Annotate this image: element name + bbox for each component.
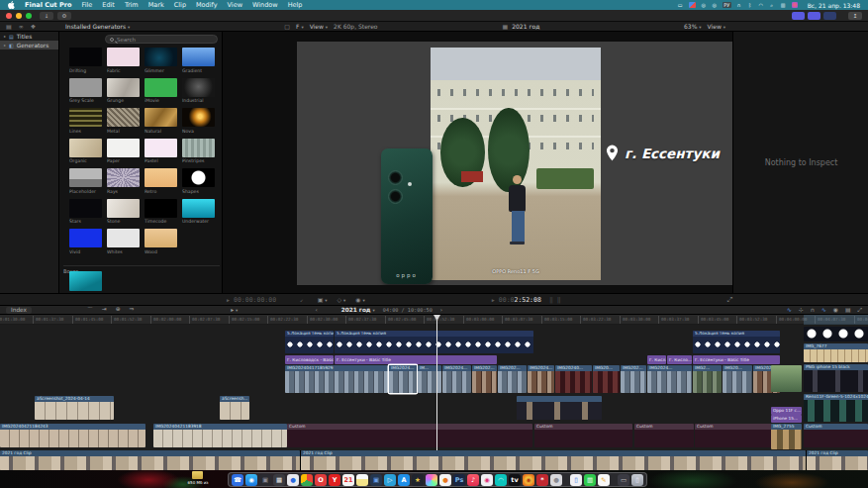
status-icon[interactable]: ◠ — [758, 2, 764, 8]
status-icon[interactable]: ⌕ — [769, 2, 775, 8]
dock-icon[interactable]: ◠ — [495, 474, 507, 486]
status-icon[interactable]: РУ — [723, 2, 731, 8]
timeline-title-clip[interactable]: Г. Кисл... — [647, 355, 666, 364]
corner-tool-icon[interactable]: ↙ — [300, 296, 304, 303]
generator-tile[interactable]: Pastel — [145, 139, 177, 164]
edit-button[interactable]: ⇥ — [102, 306, 107, 315]
generator-thumbnail[interactable] — [69, 229, 102, 247]
timeline-custom-clip[interactable]: Custom — [534, 424, 632, 447]
generator-tile[interactable]: Vivid — [69, 229, 102, 254]
dock-icon[interactable]: A — [398, 474, 410, 486]
timeline-img2755-clip[interactable]: IMG_2755 — [771, 424, 802, 449]
generator-thumbnail[interactable] — [145, 139, 177, 157]
timeline-ruler[interactable]: 00:01:30:0000:01:37:3000:01:45:0000:01:5… — [0, 315, 868, 325]
menu-item-modify[interactable]: Modify — [196, 1, 218, 9]
viewer-tool-menu[interactable]: ◇ ▾ — [338, 296, 346, 303]
dock-icon[interactable]: ● — [550, 474, 562, 486]
generator-tile[interactable]: Timecode — [145, 199, 177, 225]
media-toolbar-icon[interactable]: ∞ — [19, 23, 24, 30]
generator-thumbnail[interactable] — [182, 78, 215, 97]
generator-thumbnail[interactable] — [69, 271, 102, 291]
dock-icon[interactable]: * — [536, 474, 548, 486]
frame-step-buttons[interactable]: ‖ ‖ — [549, 296, 561, 304]
menu-item-edit[interactable]: Edit — [102, 1, 115, 9]
dock-icon[interactable]: Ps — [453, 474, 465, 486]
timeline-option-icon[interactable]: ◉ — [833, 307, 838, 314]
generator-tile[interactable]: Gradient — [182, 48, 215, 73]
status-icon[interactable]: ◎ — [701, 2, 707, 8]
viewer-tool-menu[interactable]: ▣ ▾ — [318, 296, 328, 303]
dock-icon[interactable]: ◉ — [481, 474, 493, 486]
timeline-video-clip[interactable]: IMG2024... — [389, 365, 417, 393]
timeline-custom-clip[interactable]: Custom — [695, 424, 780, 447]
generator-thumbnail[interactable] — [182, 139, 215, 157]
generator-tile[interactable]: Lines — [69, 108, 102, 134]
browser-play-icon[interactable]: ▶ — [227, 297, 230, 303]
timeline-option-icon[interactable]: ∿ — [787, 307, 792, 314]
timeline-connected-clip[interactable]: aScreensh... — [220, 396, 249, 420]
dock-icon[interactable]: Y — [329, 474, 340, 486]
timeline-video-clip[interactable]: IMG2024... — [442, 365, 471, 393]
media-toolbar-icon[interactable]: ▤ — [6, 23, 12, 30]
disclosure-icon[interactable]: ▸ — [4, 43, 6, 48]
timeline-option-icon[interactable]: ∿ — [821, 307, 826, 314]
dock-icon[interactable] — [564, 474, 568, 486]
timeline-video-clip[interactable]: IMG20240... — [555, 365, 592, 393]
generator-thumbnail[interactable] — [145, 108, 177, 127]
generator-thumbnail[interactable] — [69, 199, 102, 218]
minimize-button[interactable] — [16, 13, 22, 19]
dock-icon[interactable]: 21 — [342, 474, 354, 486]
index-button[interactable]: Index — [6, 307, 32, 314]
generator-thumbnail[interactable] — [69, 139, 102, 157]
generator-tile[interactable]: Nova — [182, 108, 215, 134]
timeline-title-clip[interactable]: Г. Ессентуки - Basic Title — [335, 355, 497, 364]
generator-thumbnail[interactable] — [182, 108, 215, 127]
timeline-lower-clip[interactable]: IMG20240421184243 — [0, 424, 145, 447]
timeline-compound-clip[interactable]: 2021 год Clip — [807, 450, 868, 470]
generator-thumbnail[interactable] — [107, 199, 140, 218]
timeline-pin-title-clip[interactable]: 5.Локация тень копия — [285, 331, 334, 353]
titlebar-button[interactable]: ⚙ — [57, 12, 71, 20]
dock-icon[interactable]: tv — [509, 474, 521, 486]
generator-tile[interactable]: Metal — [107, 108, 140, 134]
timeline-compound-clip[interactable]: 2021 год Clip — [301, 450, 806, 470]
timeline-pin-film-segment[interactable] — [804, 327, 868, 342]
menu-item-file[interactable]: File — [81, 1, 92, 9]
playhead[interactable] — [436, 315, 437, 450]
viewer-zoom-menu[interactable]: 63% ▾ — [684, 23, 702, 30]
pane-toggle-button[interactable] — [808, 12, 820, 20]
generator-tile[interactable]: Glimmer — [145, 48, 177, 73]
timeline-lower-clip[interactable]: IMG20240421183918 — [153, 424, 287, 447]
timeline-pin-title-clip[interactable]: 5.Локация тень копия — [335, 331, 533, 353]
status-icon[interactable]: ◎ — [712, 2, 718, 8]
viewer-filter-menu[interactable]: F ▾ — [296, 23, 304, 30]
generator-tile[interactable]: Retro — [145, 168, 177, 194]
dock-icon[interactable]: ▯ — [570, 474, 582, 486]
browser-title-menu[interactable]: Installed Generators ▾ — [65, 23, 130, 30]
generator-thumbnail[interactable] — [182, 48, 215, 66]
generator-tile[interactable]: Natural — [145, 108, 177, 134]
timeline-side-title-clip[interactable]: Oppo 11F с... — [771, 407, 802, 415]
generator-tile[interactable]: Placeholder — [69, 168, 102, 194]
timeline-video-clip[interactable]: IMG202... — [621, 365, 646, 393]
generator-thumbnail[interactable] — [69, 78, 102, 97]
generator-thumbnail[interactable] — [69, 108, 102, 127]
timeline-connected-clip[interactable]: IMG_7677 — [804, 343, 868, 362]
timeline-connected-clip[interactable]: PNG iphone 15 black — [804, 364, 868, 392]
timeline-video-clip[interactable]: IMG2... — [693, 365, 722, 393]
timeline-video-clip[interactable]: IMG202... — [472, 365, 497, 393]
timeline-connected-clip[interactable]: Custom — [804, 424, 868, 447]
dock-icon[interactable] — [426, 474, 437, 486]
close-button[interactable] — [6, 13, 12, 19]
edit-button[interactable]: ⇒ — [129, 306, 134, 315]
generator-tile[interactable]: Pinstripes — [182, 139, 215, 164]
dock-icon[interactable]: ◉ — [523, 474, 534, 486]
dock-icon[interactable]: ♪ — [467, 474, 479, 486]
timeline-video-clip[interactable]: IMG202... — [498, 365, 527, 393]
timeline-next-button[interactable]: › — [440, 307, 442, 313]
generator-thumbnail[interactable] — [107, 108, 140, 127]
generator-tile[interactable]: Organic — [69, 139, 102, 164]
search-input[interactable]: Search — [105, 35, 218, 44]
timeline-video-clip[interactable]: IMG20... — [723, 365, 752, 393]
dock-icon[interactable] — [612, 474, 616, 486]
